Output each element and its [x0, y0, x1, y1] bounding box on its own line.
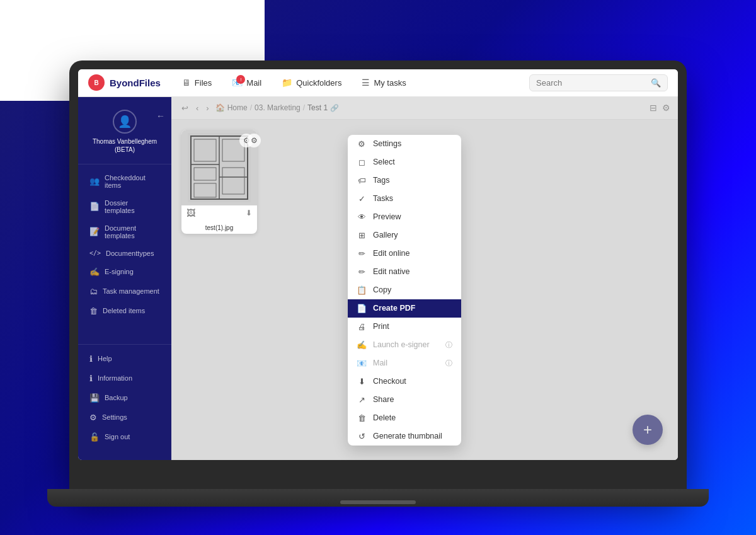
cm-mail-icon: 📧 — [357, 359, 367, 368]
sidebar-item-information[interactable]: ℹ Information — [83, 369, 166, 388]
sidebar-item-doctypes[interactable]: </> Documenttypes — [83, 245, 166, 262]
sidebar-item-document[interactable]: 📝 Document templates — [83, 220, 166, 244]
context-menu-print[interactable]: 🖨 Print — [348, 318, 461, 336]
file-type-icon: 🖼 — [186, 208, 195, 218]
nav-mail[interactable]: 📧 ! Mail — [223, 74, 270, 91]
information-icon: ℹ — [89, 374, 93, 383]
logo-area: B ByondFiles — [88, 74, 161, 91]
nav-mytasks[interactable]: ☰ My tasks — [353, 74, 415, 91]
search-input[interactable] — [536, 78, 647, 88]
cm-share-icon: ↗ — [357, 395, 367, 405]
cm-preview-label: Preview — [373, 212, 401, 221]
context-menu-checkout[interactable]: ⬇ Checkout — [348, 372, 461, 391]
file-card-actions: ⬇ — [246, 209, 252, 217]
svg-rect-9 — [194, 168, 216, 180]
deleted-icon: 🗑 — [89, 306, 98, 316]
nav-files-label: Files — [195, 78, 212, 88]
signout-icon: 🔓 — [89, 432, 100, 442]
second-file-gear-button[interactable]: ⚙ — [247, 134, 261, 147]
file-card[interactable]: ⚙ — [181, 130, 257, 234]
nav-mail-label: Mail — [246, 78, 261, 88]
dossier-icon: 📄 — [89, 202, 100, 211]
sidebar-doctypes-label: Documenttypes — [106, 250, 154, 257]
checkout-icon: 👥 — [89, 176, 100, 186]
cm-copy-icon: 📋 — [357, 285, 367, 295]
context-menu-gallery[interactable]: ⊞ Gallery — [348, 226, 461, 244]
sidebar-esigning-label: E-signing — [105, 268, 134, 275]
doctypes-icon: </> — [89, 250, 101, 256]
sidebar-help-label: Help — [98, 355, 112, 362]
context-menu-copy[interactable]: 📋 Copy — [348, 281, 461, 299]
search-bar[interactable]: 🔍 — [529, 74, 668, 91]
cm-tags-label: Tags — [373, 176, 389, 185]
sidebar-item-backup[interactable]: 💾 Backup — [83, 389, 166, 407]
nav-items: 🖥 Files 📧 ! Mail 📁 Quickfolders — [173, 74, 529, 91]
context-menu-thumbnail[interactable]: ↺ Generate thumbnail — [348, 427, 461, 446]
quickfolders-icon: 📁 — [282, 78, 292, 88]
back-button[interactable]: ← — [156, 111, 165, 121]
context-menu-container: ⚙ Settings ◻ Select 🏷 Tags — [348, 135, 461, 446]
cm-copy-label: Copy — [373, 285, 391, 294]
cm-tags-icon: 🏷 — [357, 176, 367, 185]
nav-files[interactable]: 🖥 Files — [173, 74, 220, 91]
files-icon: 🖥 — [182, 78, 191, 88]
sidebar-user: 👤 Thomas Vanbelleghem (BETA) ← — [78, 105, 171, 164]
app-name: ByondFiles — [110, 78, 161, 88]
sidebar-document-label: Document templates — [105, 224, 160, 239]
taskmanagement-icon: 🗂 — [89, 287, 98, 296]
context-menu-tags[interactable]: 🏷 Tags — [348, 171, 461, 190]
cm-select-icon: ◻ — [357, 158, 367, 167]
user-avatar: 👤 — [113, 110, 137, 134]
mail-icon: 📧 ! — [232, 78, 243, 88]
cm-createpdf-label: Create PDF — [373, 304, 415, 313]
sidebar-item-settings[interactable]: ⚙ Settings — [83, 408, 166, 427]
cm-editonline-icon: ✏ — [357, 249, 367, 258]
cm-share-label: Share — [373, 395, 394, 404]
sidebar-item-dossier[interactable]: 📄 Dossier templates — [83, 195, 166, 219]
svg-rect-8 — [222, 168, 244, 194]
download-action[interactable]: ⬇ — [246, 209, 252, 217]
context-menu-share[interactable]: ↗ Share — [348, 391, 461, 409]
file-card-footer: 🖼 ⬇ — [181, 205, 257, 222]
svg-rect-6 — [194, 139, 216, 161]
mytasks-icon: ☰ — [362, 78, 370, 88]
context-menu-settings[interactable]: ⚙ Settings — [348, 135, 461, 153]
sidebar-item-checkout[interactable]: 👥 Checkeddout items — [83, 170, 166, 193]
context-menu-launchsigner: ✍ Launch e-signer ⓘ — [348, 336, 461, 354]
sidebar-item-signout[interactable]: 🔓 Sign out — [83, 428, 166, 446]
context-menu-tasks[interactable]: ✓ Tasks — [348, 190, 461, 208]
context-menu-editonline[interactable]: ✏ Edit online — [348, 244, 461, 263]
cm-settings-icon: ⚙ — [357, 139, 367, 149]
nav-mytasks-label: My tasks — [374, 78, 406, 88]
settings-icon: ⚙ — [89, 413, 97, 422]
nav-quickfolders[interactable]: 📁 Quickfolders — [273, 74, 350, 91]
logo-icon: B — [88, 74, 105, 91]
cm-editnative-icon: ✏ — [357, 267, 367, 277]
sidebar-item-help[interactable]: ℹ Help — [83, 350, 166, 368]
content-area: ↩ ‹ › 🏠 Home / 03. Marketing — [171, 97, 678, 460]
cm-launchsigner-label: Launch e-signer — [373, 340, 430, 349]
context-menu-preview[interactable]: 👁 Preview — [348, 208, 461, 226]
document-icon: 📝 — [89, 227, 100, 236]
cm-launchsigner-info: ⓘ — [445, 340, 452, 350]
nav-quickfolders-label: Quickfolders — [296, 78, 341, 88]
context-menu-editnative[interactable]: ✏ Edit native — [348, 263, 461, 281]
context-menu-delete[interactable]: 🗑 Delete — [348, 409, 461, 427]
context-menu-createpdf[interactable]: 📄 Create PDF — [348, 299, 461, 318]
cm-mail-label: Mail — [373, 359, 387, 367]
sidebar-item-taskmanagement[interactable]: 🗂 Task management — [83, 282, 166, 301]
sidebar-backup-label: Backup — [105, 394, 128, 401]
context-menu-select[interactable]: ◻ Select — [348, 153, 461, 171]
sidebar-item-deleted[interactable]: 🗑 Deleted items — [83, 302, 166, 320]
cm-mail-info: ⓘ — [445, 359, 452, 368]
cm-tasks-label: Tasks — [373, 194, 393, 203]
sidebar-item-esigning[interactable]: ✍ E-signing — [83, 263, 166, 281]
cm-thumbnail-label: Generate thumbnail — [373, 432, 442, 440]
context-menu-overlay: ⚙ Settings ◻ Select 🏷 Tags — [348, 135, 461, 446]
cm-launchsigner-icon: ✍ — [357, 340, 367, 350]
cm-tasks-icon: ✓ — [357, 194, 367, 204]
help-icon: ℹ — [89, 354, 93, 364]
cm-preview-icon: 👁 — [357, 212, 367, 222]
sidebar-settings-label: Settings — [102, 413, 127, 421]
cm-delete-icon: 🗑 — [357, 413, 367, 423]
